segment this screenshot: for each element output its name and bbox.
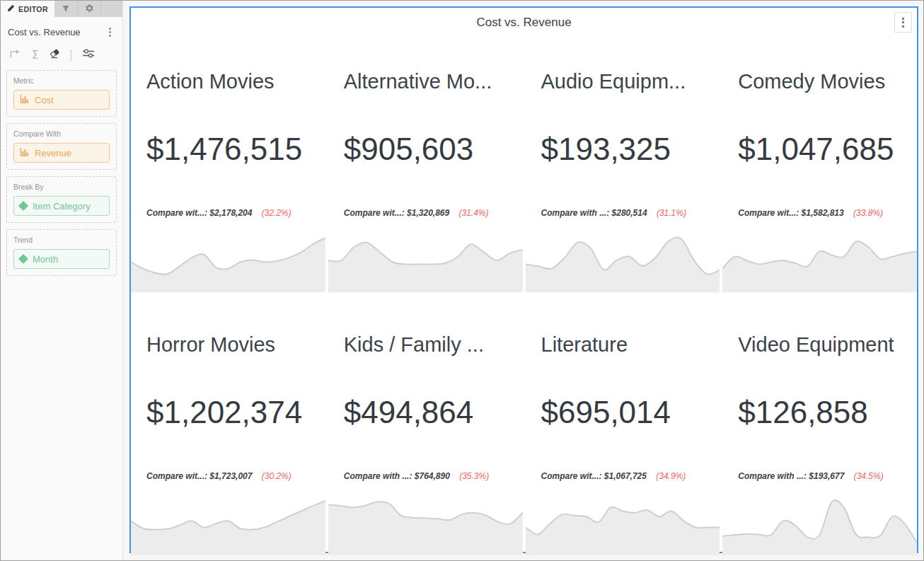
kpi-card-compare: Compare wit...: $2,178,204 (32.2%)	[146, 208, 325, 218]
kpi-sparkline	[328, 234, 523, 292]
kpi-sparkline	[131, 497, 325, 555]
chip-metric-cost[interactable]: Cost	[13, 90, 110, 110]
kpi-card: Alternative Mo... $905,603 Compare wit..…	[328, 42, 523, 292]
kpi-card-value: $905,603	[344, 132, 523, 167]
pencil-icon	[7, 4, 15, 13]
tab-settings[interactable]	[78, 1, 101, 17]
chip-break-by-label: Item Category	[33, 201, 91, 212]
chip-break-by-item-category[interactable]: Item Category	[13, 196, 110, 216]
chip-trend-label: Month	[33, 254, 58, 265]
bar-chart-icon	[20, 94, 29, 105]
kpi-compare-label: Compare wit...:	[738, 208, 799, 218]
sidebar-tabbar: EDITOR	[1, 1, 122, 17]
panel-compare-with-label: Compare With	[13, 129, 110, 138]
kpi-compare-label: Compare with ...:	[738, 471, 807, 481]
widget-title: Cost vs. Revenue	[131, 8, 917, 42]
chip-compare-label: Revenue	[35, 148, 71, 158]
kpi-compare-percent: (35.3%)	[459, 471, 489, 481]
corner-arrow-icon[interactable]	[9, 49, 21, 62]
app-window: EDITOR Cost vs. Revenue Σ	[0, 0, 924, 561]
kpi-card-value: $1,476,515	[146, 132, 325, 167]
panel-break-by: Break By Item Category	[6, 176, 117, 223]
diamond-icon	[18, 254, 28, 264]
kpi-compare-percent: (33.8%)	[853, 208, 883, 218]
kpi-card-value: $1,202,374	[146, 395, 325, 430]
tab-editor-label: EDITOR	[18, 5, 48, 13]
panel-compare-with: Compare With Revenue	[6, 123, 117, 170]
eraser-icon[interactable]	[49, 48, 60, 62]
kpi-card-value: $126,858	[738, 395, 917, 430]
kpi-compare-label: Compare wit...:	[146, 208, 207, 218]
kpi-sparkline	[722, 234, 917, 292]
kpi-compare-label: Compare wit...:	[344, 208, 405, 218]
kpi-compare-value: $1,320,869	[407, 208, 449, 218]
kpi-card-title: Horror Movies	[146, 333, 325, 357]
kpi-card: Video Equipment $126,858 Compare with ..…	[722, 305, 917, 555]
kpi-card-compare: Compare with ...: $280,514 (31.1%)	[541, 208, 720, 218]
kpi-compare-value: $1,723,007	[209, 471, 252, 481]
kpi-compare-percent: (30.2%)	[262, 471, 291, 481]
kpi-compare-label: Compare with ...:	[344, 471, 412, 481]
kpi-card-title: Action Movies	[146, 70, 325, 93]
kpi-card-grid: Action Movies $1,476,515 Compare wit...:…	[131, 42, 917, 555]
kpi-sparkline	[526, 497, 720, 555]
chip-compare-revenue[interactable]: Revenue	[13, 143, 110, 163]
diamond-icon	[18, 201, 28, 211]
editor-sidebar: EDITOR Cost vs. Revenue Σ	[1, 1, 123, 560]
kpi-widget: Cost vs. Revenue Action Movies $1,476,51…	[129, 6, 918, 553]
kpi-compare-percent: (34.5%)	[854, 471, 884, 481]
kpi-card-title: Video Equipment	[738, 333, 917, 357]
kpi-compare-label: Compare wit...:	[541, 471, 602, 481]
widget-name: Cost vs. Revenue	[8, 27, 81, 37]
panel-trend: Trend Month	[6, 229, 117, 276]
kpi-compare-value: $280,514	[612, 208, 647, 218]
kpi-card-compare: Compare wit...: $1,067,725 (34.9%)	[541, 471, 720, 481]
kpi-card: Comedy Movies $1,047,685 Compare wit...:…	[722, 42, 917, 292]
tab-editor[interactable]: EDITOR	[1, 1, 54, 17]
kpi-compare-percent: (31.4%)	[459, 208, 489, 218]
kpi-compare-percent: (32.2%)	[262, 208, 291, 218]
gear-icon	[85, 3, 94, 16]
kpi-card-value: $1,047,685	[738, 132, 917, 167]
kpi-card: Audio Equipm... $193,325 Compare with ..…	[526, 42, 720, 292]
kpi-card-compare: Compare wit...: $1,723,007 (30.2%)	[146, 471, 325, 481]
kpi-card-value: $494,864	[344, 395, 523, 430]
toolbar-divider	[71, 50, 71, 61]
kpi-card: Horror Movies $1,202,374 Compare wit...:…	[131, 305, 325, 555]
chip-trend-month[interactable]: Month	[13, 249, 110, 269]
kebab-icon[interactable]	[105, 26, 115, 38]
kpi-card-title: Audio Equipm...	[541, 70, 720, 93]
kpi-card: Action Movies $1,476,515 Compare wit...:…	[131, 42, 325, 292]
kpi-compare-value: $1,067,725	[604, 471, 647, 481]
editor-toolbar: Σ	[1, 42, 122, 70]
widget-menu-button[interactable]	[894, 12, 912, 33]
panel-trend-label: Trend	[13, 236, 110, 244]
kpi-card: Kids / Family ... $494,864 Compare with …	[328, 305, 523, 555]
kpi-compare-value: $193,677	[809, 471, 844, 481]
kpi-card-value: $193,325	[541, 132, 720, 167]
kpi-compare-percent: (34.9%)	[656, 471, 686, 481]
kpi-compare-label: Compare with ...:	[541, 208, 610, 218]
sigma-icon[interactable]: Σ	[32, 49, 38, 62]
panel-break-by-label: Break By	[13, 183, 110, 191]
tab-filters[interactable]	[54, 1, 78, 17]
kpi-sparkline	[722, 497, 917, 555]
kpi-card-compare: Compare wit...: $1,582,813 (33.8%)	[738, 208, 917, 218]
kpi-compare-percent: (31.1%)	[657, 208, 686, 218]
panel-metric-label: Metric	[13, 76, 110, 85]
kpi-sparkline	[328, 497, 523, 555]
kpi-card-title: Kids / Family ...	[344, 333, 523, 357]
kpi-card-value: $695,014	[541, 395, 720, 430]
kpi-compare-value: $2,178,204	[209, 208, 252, 218]
kpi-compare-value: $764,890	[415, 471, 450, 481]
kpi-card-compare: Compare with ...: $193,677 (34.5%)	[738, 471, 917, 481]
panel-metric: Metric Cost	[6, 70, 117, 117]
kpi-sparkline	[526, 234, 720, 292]
kpi-card-title: Comedy Movies	[738, 70, 917, 93]
kpi-card-title: Literature	[541, 333, 720, 357]
kpi-sparkline	[131, 234, 325, 292]
kpi-card-title: Alternative Mo...	[344, 70, 523, 93]
sliders-icon[interactable]	[82, 48, 95, 62]
widget-name-row: Cost vs. Revenue	[1, 17, 122, 42]
kpi-compare-value: $1,582,813	[802, 208, 844, 218]
